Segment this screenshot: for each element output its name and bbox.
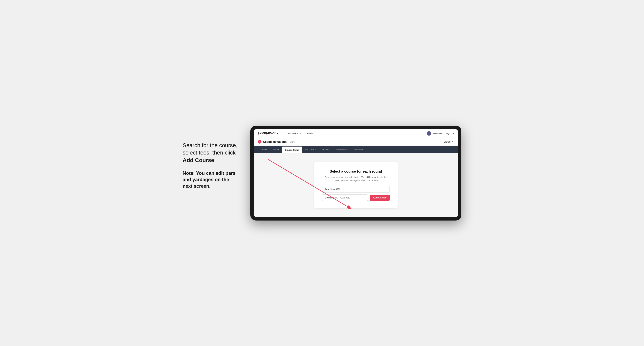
tab-leaderboards-label: Leaderboards <box>334 148 348 151</box>
tab-printables[interactable]: Printables <box>351 146 366 153</box>
tablet-and-arrow: SCOREBOARD Powered by clippd TOURNAMENTS… <box>250 126 462 220</box>
tab-tee-groups-label: Tee Groups <box>305 148 316 151</box>
tee-select-row: Gold (M) (M) (7010 yds) ✕ ⌄ Add Course <box>322 194 390 201</box>
tablet-screen: SCOREBOARD Powered by clippd TOURNAMENTS… <box>254 129 458 217</box>
nav-bar: SCOREBOARD Powered by clippd TOURNAMENTS… <box>254 129 458 138</box>
tab-teams-label: Teams <box>273 148 280 151</box>
nav-separator: | <box>444 132 444 135</box>
card-description: Search for a course and select a tee. Yo… <box>322 175 390 182</box>
tab-course-setup-label: Course Setup <box>285 149 299 151</box>
tee-select-wrapper: Gold (M) (M) (7010 yds) ✕ ⌄ <box>322 194 368 201</box>
tee-select[interactable]: Gold (M) (M) (7010 yds) <box>322 194 368 201</box>
page-wrapper: Search for the course, select tees, then… <box>182 126 462 220</box>
user-name: Test User <box>433 132 442 135</box>
tab-results-label: Results <box>322 148 329 151</box>
nav-link-teams[interactable]: TEAMS <box>305 132 313 135</box>
tablet-frame: SCOREBOARD Powered by clippd TOURNAMENTS… <box>250 126 462 220</box>
tab-teams[interactable]: Teams <box>270 146 282 153</box>
nav-right: T Test User | Sign out <box>427 131 454 136</box>
user-avatar: T <box>427 131 431 136</box>
tab-printables-label: Printables <box>354 148 364 151</box>
tournament-gender: (Men) <box>289 140 295 143</box>
instruction-bold: Add Course <box>182 157 214 163</box>
add-course-button[interactable]: Add Course <box>370 195 390 201</box>
course-search-input[interactable] <box>322 186 390 192</box>
tournament-icon: C <box>258 140 262 144</box>
instruction-text: Search for the course, select tees, then… <box>182 142 238 164</box>
logo-area: SCOREBOARD Powered by clippd <box>258 131 278 136</box>
tab-tee-groups[interactable]: Tee Groups <box>302 146 319 153</box>
tab-navigation: Details Teams Course Setup Tee Groups Re… <box>254 146 458 153</box>
main-content: Select a course for each round Search fo… <box>254 153 458 217</box>
sign-out-link[interactable]: Sign out <box>446 132 454 135</box>
nav-link-tournaments[interactable]: TOURNAMENTS <box>283 132 301 135</box>
cancel-button[interactable]: Cancel ✕ <box>444 140 454 143</box>
tournament-title: C Clippd Invitational (Men) <box>258 140 295 144</box>
nav-left: SCOREBOARD Powered by clippd TOURNAMENTS… <box>258 131 314 136</box>
tournament-header: C Clippd Invitational (Men) Cancel ✕ <box>254 138 458 146</box>
cancel-label: Cancel <box>444 140 451 143</box>
instruction-panel: Search for the course, select tees, then… <box>182 126 238 195</box>
tab-details-label: Details <box>261 148 268 151</box>
tournament-name: Clippd Invitational <box>263 140 287 143</box>
instruction-period: . <box>214 157 216 163</box>
note-text: Note: You can edit pars and yardages on … <box>182 170 238 189</box>
logo-text: SCOREBOARD <box>258 131 278 134</box>
logo-sub: Powered by clippd <box>258 134 278 136</box>
tab-details[interactable]: Details <box>258 146 270 153</box>
nav-links: TOURNAMENTS TEAMS <box>283 132 314 135</box>
note-label: Note: <box>182 171 195 176</box>
cancel-icon: ✕ <box>452 140 454 143</box>
card-title: Select a course for each round <box>322 170 390 173</box>
course-selection-card: Select a course for each round Search fo… <box>314 162 398 208</box>
tab-course-setup[interactable]: Course Setup <box>282 147 302 153</box>
tab-leaderboards[interactable]: Leaderboards <box>332 146 351 153</box>
tab-results[interactable]: Results <box>319 146 332 153</box>
